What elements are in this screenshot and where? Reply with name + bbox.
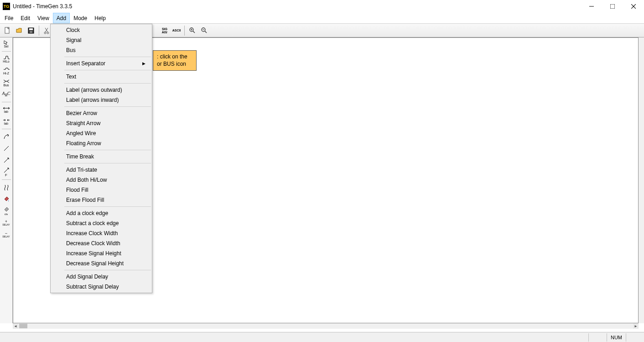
menu-item-erase-flood-fill[interactable]: Erase Flood Fill — [51, 195, 152, 205]
menu-item-straight-arrow[interactable]: Straight Arrow — [51, 118, 152, 128]
minimize-button[interactable] — [581, 0, 602, 13]
hint-line1: : click on the — [157, 53, 187, 60]
menu-item-bus[interactable]: Bus — [51, 45, 152, 55]
menu-item-floating-arrow[interactable]: Floating Arrow — [51, 138, 152, 148]
erase-flood-tool[interactable]: cls — [1, 205, 12, 216]
svg-line-22 — [4, 146, 9, 151]
menu-edit[interactable]: Edit — [17, 13, 34, 23]
hilo-tool[interactable]: HiLo — [1, 53, 12, 64]
svg-line-23 — [4, 158, 9, 163]
label-outward-tool[interactable]: lab — [1, 104, 12, 115]
svg-line-24 — [4, 168, 9, 173]
menu-item-flood-fill[interactable]: Flood Fill — [51, 185, 152, 195]
text-tool[interactable]: ABC — [1, 89, 12, 100]
menu-item-add-tristate[interactable]: Add Tri-state — [51, 165, 152, 175]
menu-item-add-clock-edge[interactable]: Add a clock edge — [51, 208, 152, 218]
palette-separator — [2, 129, 11, 129]
menu-item-angled-wire[interactable]: Angled Wire — [51, 128, 152, 138]
status-num-lock: NUM — [607, 333, 626, 342]
toolbar-separator — [184, 26, 185, 36]
abc-icon: ABC — [2, 91, 10, 97]
straight-arrow-tool[interactable] — [1, 143, 12, 154]
menu-item-bezier-arrow[interactable]: Bezier Arrow — [51, 108, 152, 118]
palette-separator — [2, 102, 11, 102]
sig-attr-button[interactable]: SIGAttr — [159, 25, 170, 36]
subtract-delay-tool[interactable]: −DELAY — [1, 229, 12, 240]
save-file-button[interactable] — [26, 25, 36, 36]
menu-item-add-both-hilow[interactable]: Add Both Hi/Low — [51, 175, 152, 185]
flood-fill-tool[interactable] — [1, 194, 12, 205]
palette-separator — [2, 51, 11, 52]
horizontal-scrollbar[interactable]: ◄ ► — [13, 323, 639, 329]
menu-help[interactable]: Help — [91, 13, 109, 23]
status-bar: NUM — [0, 332, 644, 342]
scroll-right-icon[interactable]: ► — [633, 323, 639, 329]
menu-file[interactable]: File — [1, 13, 17, 23]
window-title: Untitled - TimeGen 3.3.5 — [13, 3, 72, 10]
menu-item-decrease-signal-height[interactable]: Decrease Signal Height — [51, 258, 152, 268]
palette-separator — [2, 179, 11, 180]
add-delay-tool[interactable]: +DELAY — [1, 217, 12, 228]
left-tool-palette: Sel HiLo Hi-Z Bus ABC lab lab F cls +DEL… — [0, 37, 13, 323]
title-bar: TG Untitled - TimeGen 3.3.5 — [0, 0, 644, 13]
svg-rect-1 — [610, 4, 615, 9]
menu-separator — [64, 106, 151, 107]
toolbar-separator — [39, 26, 39, 36]
menu-item-increase-signal-height[interactable]: Increase Signal Height — [51, 248, 152, 258]
floating-arrow-tool[interactable]: F — [1, 167, 12, 178]
zoom-out-button[interactable] — [199, 25, 210, 36]
menu-item-add-signal-delay[interactable]: Add Signal Delay — [51, 272, 152, 282]
menu-item-increase-clock-width[interactable]: Increase Clock Width — [51, 228, 152, 238]
menu-separator — [64, 163, 151, 163]
svg-rect-7 — [30, 31, 32, 33]
menu-item-signal[interactable]: Signal — [51, 35, 152, 45]
close-button[interactable] — [623, 0, 644, 13]
ascii-button[interactable]: ASCII — [171, 25, 182, 36]
menu-separator — [64, 206, 151, 207]
svg-line-17 — [205, 31, 207, 33]
status-panel-empty1 — [588, 333, 607, 342]
bus-tool[interactable]: Bus — [1, 77, 12, 88]
hiz-tool[interactable]: Hi-Z — [1, 65, 12, 76]
submenu-arrow-icon: ▶ — [142, 61, 145, 66]
menu-separator — [64, 270, 151, 270]
app-icon: TG — [3, 3, 10, 10]
menu-separator — [64, 150, 151, 150]
angled-wire-tool[interactable] — [1, 155, 12, 166]
menu-item-label-outward[interactable]: Label (arrows outward) — [51, 85, 152, 95]
svg-rect-6 — [29, 28, 33, 30]
select-tool[interactable]: Sel — [1, 38, 12, 49]
menu-item-time-break[interactable]: Time Break — [51, 152, 152, 162]
menu-add[interactable]: Add — [53, 13, 70, 23]
scroll-left-icon[interactable]: ◄ — [13, 323, 18, 329]
menu-item-subtract-clock-edge[interactable]: Subtract a clock edge — [51, 218, 152, 228]
hint-tooltip: : click on the or BUS icon — [153, 50, 197, 71]
window-controls — [581, 0, 644, 13]
menu-separator — [64, 70, 151, 70]
time-break-tool[interactable] — [1, 182, 12, 193]
status-panel-empty2 — [626, 333, 644, 342]
label-inward-tool[interactable]: lab — [1, 116, 12, 127]
new-file-button[interactable] — [2, 25, 13, 36]
menu-separator — [64, 83, 151, 84]
menu-item-decrease-clock-width[interactable]: Decrease Clock Width — [51, 238, 152, 248]
svg-line-13 — [193, 31, 195, 33]
menu-item-label: Insert Separator — [66, 60, 105, 67]
add-menu-dropdown: Clock Signal Bus Insert Separator▶ Text … — [50, 24, 152, 293]
menu-mode[interactable]: Mode — [70, 13, 91, 23]
menu-view[interactable]: View — [34, 13, 53, 23]
menu-item-clock[interactable]: Clock — [51, 25, 152, 35]
menu-item-text[interactable]: Text — [51, 72, 152, 82]
open-file-button[interactable] — [14, 25, 25, 36]
maximize-button[interactable] — [602, 0, 623, 13]
zoom-in-button[interactable] — [187, 25, 198, 36]
scroll-thumb[interactable] — [19, 324, 27, 328]
vertical-scrollbar[interactable] — [639, 37, 644, 323]
menu-item-label-inward[interactable]: Label (arrows inward) — [51, 95, 152, 105]
menu-bar: File Edit View Add Mode Help — [0, 13, 644, 24]
menu-item-insert-separator[interactable]: Insert Separator▶ — [51, 58, 152, 68]
hint-line2: or BUS icon — [157, 61, 186, 67]
menu-separator — [64, 57, 151, 57]
menu-item-subtract-signal-delay[interactable]: Subtract Signal Delay — [51, 282, 152, 292]
bezier-arrow-tool[interactable] — [1, 131, 12, 142]
